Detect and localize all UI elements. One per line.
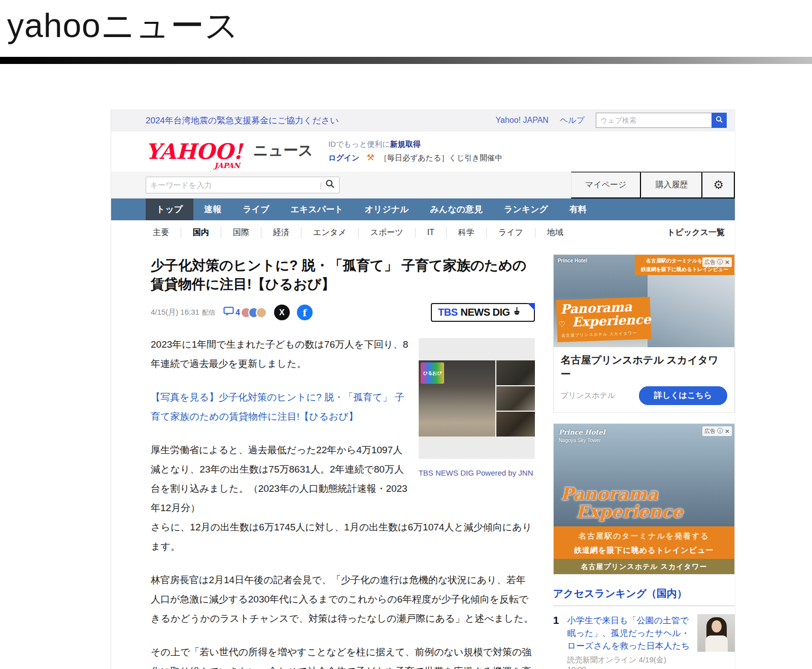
paragraph-4: その上で「若い世代の所得を増やすことなどを柱に据えて、前例のない規模で対策の強化… xyxy=(151,643,535,669)
tv-sub-frame xyxy=(496,386,535,411)
category-main[interactable]: 主要 xyxy=(153,227,169,238)
image-caption-link[interactable]: TBS NEWS DIG Powered by JNN xyxy=(419,463,535,483)
web-search-button[interactable] xyxy=(712,113,727,128)
paragraph-3: 林官房長官は2月14日午後の記者会見で、「少子化の進行は危機的な状況にあり、若年… xyxy=(151,571,535,628)
article-image[interactable]: ひるおび xyxy=(419,338,535,459)
tbs-logo-text: TBS xyxy=(438,307,458,318)
help-link[interactable]: ヘルプ xyxy=(560,115,585,126)
tab-paid[interactable]: 有料 xyxy=(559,198,597,220)
content: 少子化対策のヒントに? 脱・「孤育て」 子育て家族のための賃貸物件に注目!【ひる… xyxy=(111,245,735,669)
web-search xyxy=(596,113,727,128)
ad2-panorama-text: Panorama Experience xyxy=(561,485,683,521)
tab-sokuho[interactable]: 速報 xyxy=(193,198,232,220)
gear-icon: ⚙ xyxy=(713,178,724,192)
tab-original[interactable]: オリジナル xyxy=(354,198,419,220)
info-icon[interactable]: ⓘ xyxy=(717,427,723,436)
tv-main-frame: ひるおび xyxy=(419,360,495,437)
article-title: 少子化対策のヒントに? 脱・「孤育て」 子育て家族のための賃貸物件に注目!【ひる… xyxy=(151,256,535,294)
tbs-news-dig-logo[interactable]: TBS NEWS DIG xyxy=(431,303,535,322)
category-it[interactable]: IT xyxy=(415,228,434,237)
ranking-source: 読売新聞オンライン 4/19(金) xyxy=(567,655,692,665)
ranking-thumbnail[interactable] xyxy=(697,614,735,652)
delivery-label: 配信 xyxy=(202,308,215,317)
tab-ranking[interactable]: ランキング xyxy=(493,198,559,220)
category-nav: 主要 国内 国際 経済 エンタメ スポーツ IT 科学 ライフ 地域 トピックス… xyxy=(111,220,735,245)
category-science[interactable]: 科学 xyxy=(446,227,475,238)
article-meta: 4/15(月) 16:31 配信 4 X f TBS NEWS xyxy=(151,303,535,322)
close-icon[interactable]: ✕ xyxy=(725,428,730,435)
ad1-footer-row: プリンスホテル 詳しくはこちら xyxy=(554,382,734,412)
news-dig-logo-text: NEWS DIG xyxy=(461,307,510,318)
comment-bubble-icon xyxy=(223,307,234,318)
ad2-footer-band: 名古屋プリンスホテル スカイタワー xyxy=(554,559,734,574)
category-sports[interactable]: スポーツ xyxy=(358,227,403,238)
ad2-script-line1: Panorama xyxy=(561,485,683,504)
hiruobi-logo: ひるおび xyxy=(421,362,445,384)
topics-list-link[interactable]: トピックス一覧 xyxy=(667,227,725,238)
yahoo-japan-logo[interactable]: YAHOO! JAPAN xyxy=(146,141,240,162)
comment-count-value: 4 xyxy=(235,308,240,317)
lottery-hammer-icon: ⚒ xyxy=(366,153,374,162)
close-icon[interactable]: ✕ xyxy=(725,259,730,266)
ad2-image[interactable]: Prince Hotel Nagoya Sky Tower Panorama E… xyxy=(554,424,734,574)
share-x-button[interactable]: X xyxy=(274,305,290,320)
keyword-search-input[interactable] xyxy=(150,181,320,189)
keyword-searchbox: | xyxy=(146,177,340,193)
main-nav: トップ 速報 ライブ エキスパート オリジナル みんなの意見 ランキング 有料 xyxy=(111,198,735,220)
yahoo-japan-link[interactable]: Yahoo! JAPAN xyxy=(496,116,549,125)
category-domestic[interactable]: 国内 xyxy=(181,227,209,238)
top-notice-bar: 2024年台湾地震の緊急支援募金にご協力ください Yahoo! JAPAN ヘル… xyxy=(111,109,735,131)
tab-top[interactable]: トップ xyxy=(146,198,193,220)
ranking-item: 1 小学生で来日も「公園の土管で眠った」、孤児だったサヘル・ローズさんを救った日… xyxy=(553,614,735,669)
yahoo-news-screenshot: 2024年台湾地震の緊急支援募金にご協力ください Yahoo! JAPAN ヘル… xyxy=(111,109,735,669)
tab-expert[interactable]: エキスパート xyxy=(280,198,354,220)
yahoo-header: YAHOO! JAPAN ニュース IDでもっと便利に新規取得 ログイン ⚒ ［… xyxy=(111,131,735,172)
facebook-icon: f xyxy=(302,307,307,318)
ad2-chip: 広告 ⓘ ✕ xyxy=(702,426,732,436)
search-icon[interactable] xyxy=(325,179,335,191)
lottery-promo-link[interactable]: ［毎日必ずあたる］くじ引き開催中 xyxy=(380,153,502,162)
mypage-button[interactable]: マイページ xyxy=(571,172,641,198)
article-figure: ひるおび TBS NEWS DIG Powered by JNN xyxy=(419,338,535,483)
settings-button[interactable]: ⚙ xyxy=(702,172,735,198)
ad1-headline[interactable]: 名古屋プリンスホテル スカイタワー xyxy=(554,347,734,382)
category-economy[interactable]: 経済 xyxy=(261,227,289,238)
service-name: ニュース xyxy=(253,141,313,161)
article-date: 4/15(月) 16:31 xyxy=(151,308,199,317)
purchase-history-button[interactable]: 購入履歴 xyxy=(641,172,702,198)
avatar xyxy=(256,307,267,318)
ad1-image[interactable]: 名古屋駅のターミナルを発着する 鉄道網を眼下に眺めるトレインビュー Prince… xyxy=(554,255,734,347)
category-life[interactable]: ライフ xyxy=(486,227,523,238)
ranking-time: 10:00 xyxy=(567,665,692,669)
donation-notice-link[interactable]: 2024年台湾地震の緊急支援募金にご協力ください xyxy=(146,115,339,126)
signup-link[interactable]: 新規取得 xyxy=(390,140,421,148)
share-facebook-button[interactable]: f xyxy=(297,305,313,320)
heart-icon: ♡ xyxy=(559,320,565,329)
category-world[interactable]: 国際 xyxy=(221,227,249,238)
yahoo-logo-text: YAHOO! xyxy=(146,141,243,162)
toolbar-right: マイページ 購入履歴 ⚙ xyxy=(571,172,735,198)
ad2-script-line2: Experience xyxy=(576,503,683,521)
ad2-band-line2: 鉄道網を眼下に眺めるトレインビュー xyxy=(554,543,734,557)
category-region[interactable]: 地域 xyxy=(535,227,563,238)
ad1-cta-button[interactable]: 詳しくはこちら xyxy=(639,386,727,405)
login-link[interactable]: ログイン xyxy=(328,153,359,162)
ad2-logo-line1: Prince Hotel xyxy=(559,428,605,437)
web-search-input[interactable] xyxy=(596,113,712,128)
ad2-logo-line2: Nagoya Sky Tower xyxy=(559,437,605,444)
tab-live[interactable]: ライブ xyxy=(232,198,280,220)
ad-label: 広告 xyxy=(704,258,716,266)
ranking-text: 小学生で来日も「公園の土管で眠った」、孤児だったサヘル・ローズさんを救った日本人… xyxy=(567,614,692,669)
ad1-advertiser: プリンスホテル xyxy=(561,391,615,400)
article: 少子化対策のヒントに? 脱・「孤育て」 子育て家族のための賃貸物件に注目!【ひる… xyxy=(143,254,543,669)
ad1-script-line2: Experience xyxy=(571,313,647,329)
input-divider: | xyxy=(320,181,322,189)
shovel-icon xyxy=(513,307,521,318)
id-promo-text: IDでもっと便利に xyxy=(328,140,390,148)
comment-count[interactable]: 4 xyxy=(223,307,240,318)
tab-opinions[interactable]: みんなの意見 xyxy=(419,198,493,220)
ranking-title-link[interactable]: 小学生で来日も「公園の土管で眠った」、孤児だったサヘル・ローズさんを救った日本人… xyxy=(567,614,692,652)
info-icon[interactable]: ⓘ xyxy=(717,258,723,266)
category-entertainment[interactable]: エンタメ xyxy=(301,227,347,238)
thumbnail-face xyxy=(712,620,722,632)
